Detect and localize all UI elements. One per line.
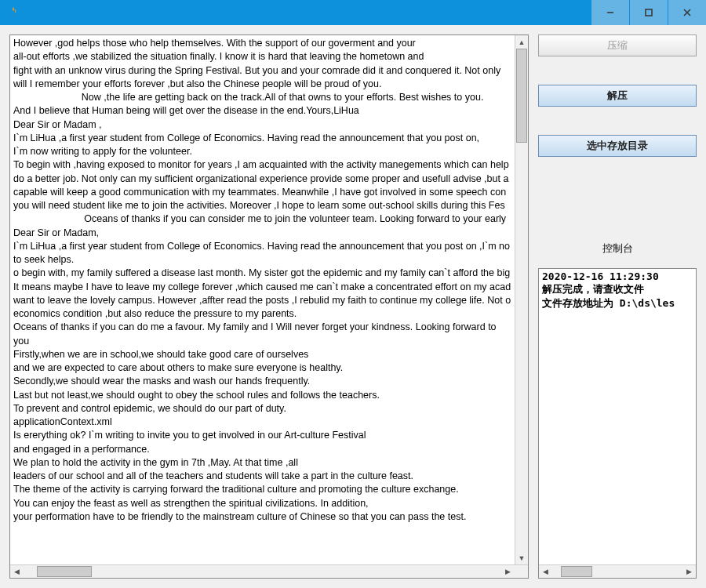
scroll-left-icon[interactable]: ◀	[539, 565, 552, 578]
minimize-button[interactable]	[591, 0, 629, 25]
console-horizontal-scrollbar[interactable]: ◀ ▶	[539, 564, 696, 578]
maximize-button[interactable]	[630, 0, 668, 25]
content-area: However ,god helps those who help themse…	[0, 25, 706, 588]
scroll-up-icon[interactable]: ▲	[515, 35, 528, 49]
main-text-panel: However ,god helps those who help themse…	[9, 34, 529, 579]
scroll-corner	[515, 565, 528, 578]
java-icon	[6, 5, 20, 20]
close-button[interactable]	[668, 0, 706, 25]
select-dir-button[interactable]: 选中存放目录	[538, 135, 697, 157]
decompress-button[interactable]: 解压	[538, 85, 697, 107]
titlebar	[0, 0, 706, 25]
console-output[interactable]: 2020-12-16 11:29:30 解压完成，请查收文件 文件存放地址为 D…	[539, 269, 696, 564]
main-text-area[interactable]: However ,god helps those who help themse…	[10, 35, 528, 564]
scroll-left-icon[interactable]: ◀	[10, 565, 24, 578]
scroll-thumb[interactable]	[516, 49, 527, 143]
svg-rect-1	[646, 9, 652, 16]
console-panel: 2020-12-16 11:29:30 解压完成，请查收文件 文件存放地址为 D…	[538, 268, 697, 579]
console-line: 解压完成，请查收文件	[542, 283, 644, 295]
scroll-thumb-h[interactable]	[37, 566, 92, 577]
console-line: 2020-12-16 11:29:30	[542, 270, 659, 282]
console-label: 控制台	[538, 241, 697, 256]
scroll-down-icon[interactable]: ▼	[515, 551, 528, 564]
scroll-right-icon[interactable]: ▶	[501, 565, 515, 578]
horizontal-scrollbar[interactable]: ◀ ▶	[10, 564, 528, 578]
scroll-right-icon[interactable]: ▶	[682, 565, 696, 578]
console-line: 文件存放地址为 D:\ds\les	[542, 297, 675, 309]
compress-button: 压缩	[538, 34, 697, 56]
right-panel: 压缩 解压 选中存放目录 控制台 2020-12-16 11:29:30 解压完…	[538, 34, 697, 579]
vertical-scrollbar[interactable]: ▲ ▼	[515, 35, 528, 564]
scroll-thumb-h[interactable]	[561, 566, 592, 577]
